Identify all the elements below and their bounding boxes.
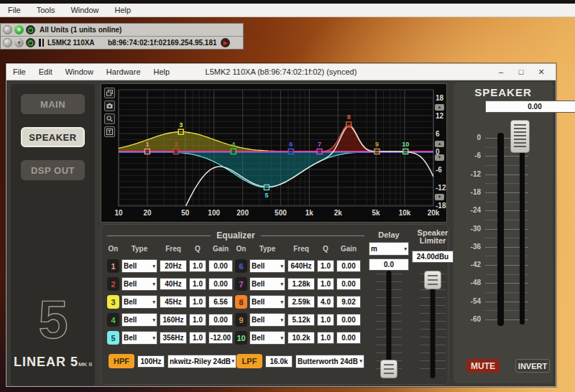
- expand-group-icon[interactable]: ▾: [14, 25, 24, 34]
- eq-band-q-input[interactable]: [189, 278, 206, 290]
- eq-band-gain-input[interactable]: [208, 314, 233, 326]
- menu-file[interactable]: File: [0, 6, 29, 14]
- delay-value-input[interactable]: [369, 258, 409, 271]
- eq-band-q-input[interactable]: [189, 332, 206, 344]
- text-label-icon[interactable]: T: [104, 126, 115, 137]
- eq-band-type-select[interactable]: Bell▾: [249, 313, 285, 327]
- menu-file[interactable]: File: [6, 67, 32, 76]
- eq-band-freq-input[interactable]: [160, 314, 187, 326]
- eq-band-type-select[interactable]: Bell▾: [121, 331, 157, 345]
- eq-band-enable[interactable]: 3: [107, 295, 119, 309]
- eq-band-enable[interactable]: 2: [107, 277, 119, 291]
- zero-nudge-down-button[interactable]: ▼: [435, 154, 444, 161]
- close-button[interactable]: ✕: [534, 67, 548, 77]
- eq-band-q-input[interactable]: [317, 260, 334, 272]
- unit-ip-address: 169.254.95.181: [167, 39, 217, 47]
- eq-band-freq-input[interactable]: [160, 278, 187, 290]
- eq-band-gain-input[interactable]: [336, 260, 361, 272]
- eq-band-enable[interactable]: 10: [235, 331, 247, 345]
- zero-nudge-up-button[interactable]: ▲: [435, 141, 444, 147]
- eq-band-gain-input[interactable]: [336, 296, 361, 308]
- power-icon[interactable]: [26, 38, 35, 47]
- eq-band-q-input[interactable]: [189, 260, 206, 272]
- eq-band-enable[interactable]: 9: [235, 313, 247, 327]
- menu-edit[interactable]: Edit: [32, 67, 59, 76]
- eq-band-freq-input[interactable]: [160, 296, 187, 308]
- gain-range-up-button[interactable]: ▲: [435, 104, 444, 111]
- eq-band-gain-input[interactable]: [336, 278, 361, 290]
- eq-band-enable[interactable]: 6: [235, 259, 247, 273]
- eq-band-enable[interactable]: 8: [235, 295, 247, 309]
- eq-band-freq-input[interactable]: [288, 278, 315, 290]
- eq-band-enable[interactable]: 4: [107, 313, 119, 327]
- menu-help[interactable]: Help: [107, 6, 139, 14]
- menu-window[interactable]: Window: [63, 6, 106, 14]
- eq-band-freq-input[interactable]: [288, 314, 315, 326]
- delay-slider-handle[interactable]: [380, 360, 397, 378]
- eq-band-gain-input[interactable]: [336, 314, 361, 326]
- menu-hardware[interactable]: Hardware: [100, 67, 147, 76]
- eq-band-q-input[interactable]: [317, 296, 334, 308]
- eq-band-type-select[interactable]: Bell▾: [121, 313, 157, 327]
- hpf-button[interactable]: HPF: [109, 354, 134, 368]
- speaker-fader-handle[interactable]: [510, 120, 530, 153]
- eq-band-type-select[interactable]: Bell▾: [249, 295, 285, 309]
- network-icon[interactable]: [3, 25, 12, 34]
- eq-band-q-input[interactable]: [317, 278, 334, 290]
- eq-band-gain-input[interactable]: [208, 278, 233, 290]
- menu-tools[interactable]: Tools: [29, 6, 63, 14]
- eq-band-q-input[interactable]: [317, 314, 334, 326]
- hpf-freq-input[interactable]: [137, 355, 165, 368]
- tab-main[interactable]: MAIN: [21, 94, 85, 114]
- eq-band-freq-input[interactable]: [288, 296, 315, 308]
- limiter-slider[interactable]: [412, 271, 454, 378]
- tab-speaker[interactable]: SPEAKER: [21, 127, 85, 147]
- open-unit-icon[interactable]: ▶: [221, 38, 230, 47]
- maximize-button[interactable]: □: [514, 67, 528, 77]
- limiter-slider-handle[interactable]: [424, 271, 441, 289]
- lpf-slope-select[interactable]: Butterworth 24dB▾: [295, 355, 364, 368]
- lpf-button[interactable]: LPF: [236, 354, 262, 368]
- eq-band-q-input[interactable]: [317, 332, 334, 344]
- limiter-value-input[interactable]: [412, 251, 454, 263]
- menu-help[interactable]: Help: [147, 67, 177, 76]
- window-titlebar[interactable]: File Edit Window Hardware Help L5MK2 110…: [6, 64, 556, 80]
- eq-band-type-select[interactable]: Bell▾: [121, 277, 157, 291]
- eq-band-gain-input[interactable]: [208, 332, 233, 344]
- minimize-button[interactable]: –: [494, 67, 508, 77]
- lpf-freq-input[interactable]: [265, 355, 293, 368]
- device-row-unit[interactable]: ▾ L5MK2 110XA b8:96:74:02:1f:02 169.254.…: [1, 37, 243, 49]
- eq-band-gain-input[interactable]: [336, 332, 361, 344]
- network-icon[interactable]: [3, 38, 12, 47]
- zoom-icon[interactable]: [104, 113, 115, 124]
- gain-range-down-button[interactable]: ▼: [435, 194, 444, 200]
- eq-response-plot[interactable]: 1020501002005001k2k5k10k20k181260-6-12-1…: [101, 84, 446, 222]
- power-icon[interactable]: [26, 25, 35, 34]
- eq-band-type-select[interactable]: Bell▾: [249, 259, 285, 273]
- snapshot-icon[interactable]: [104, 88, 115, 98]
- eq-band-gain-input[interactable]: [208, 296, 233, 308]
- device-row-all-units[interactable]: ▾ All Units (1 units online): [1, 24, 243, 37]
- eq-band-enable[interactable]: 1: [107, 259, 119, 273]
- tab-dsp-out[interactable]: DSP OUT: [21, 160, 85, 180]
- delay-slider[interactable]: [369, 271, 409, 378]
- eq-band-type-select[interactable]: Bell▾: [249, 277, 285, 291]
- eq-band-freq-input[interactable]: [288, 260, 315, 272]
- eq-band-freq-input[interactable]: [160, 332, 187, 344]
- mute-button[interactable]: MUTE: [466, 359, 500, 373]
- eq-band-freq-input[interactable]: [288, 332, 315, 344]
- menu-window[interactable]: Window: [59, 67, 100, 76]
- delay-unit-select[interactable]: m▾: [369, 242, 409, 256]
- eq-band-enable[interactable]: 5: [107, 331, 119, 345]
- eq-band-enable[interactable]: 7: [235, 277, 247, 291]
- camera-icon[interactable]: [104, 101, 115, 111]
- eq-band-type-select[interactable]: Bell▾: [121, 259, 157, 273]
- eq-band-q-input[interactable]: [189, 314, 206, 326]
- eq-band-q-input[interactable]: [189, 296, 206, 308]
- eq-band-gain-input[interactable]: [208, 260, 233, 272]
- hpf-slope-select[interactable]: nkwitz-Riley 24dB▾: [167, 355, 236, 368]
- invert-button[interactable]: INVERT: [515, 359, 550, 373]
- eq-band-type-select[interactable]: Bell▾: [249, 331, 285, 345]
- eq-band-freq-input[interactable]: [160, 260, 187, 272]
- eq-band-type-select[interactable]: Bell▾: [121, 295, 157, 309]
